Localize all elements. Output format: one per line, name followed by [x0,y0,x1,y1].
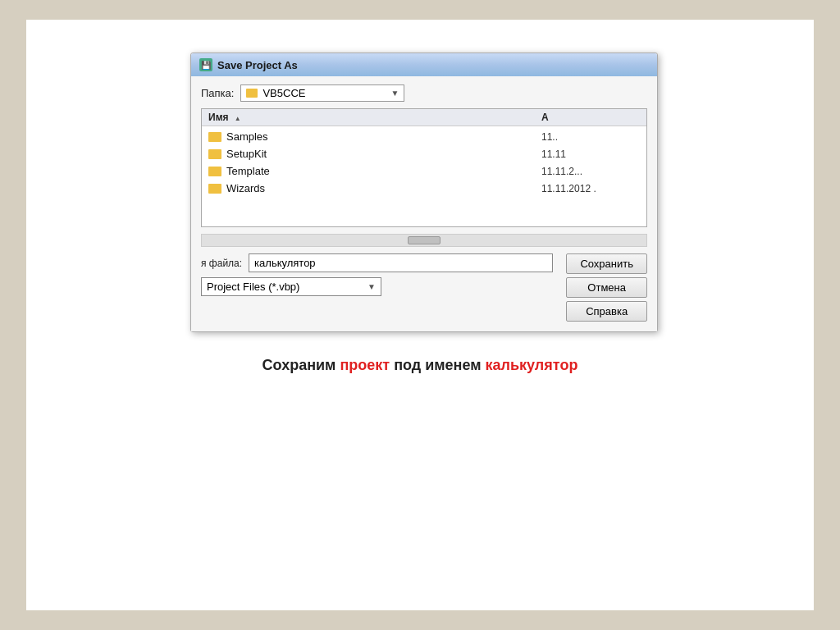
caption-highlight1: проект [340,357,390,373]
caption-text-middle: под именем [390,357,485,373]
folder-row: Папка: VB5CCE ▼ [201,84,647,102]
caption-text-before: Сохраним [262,357,340,373]
filetype-text: Project Files (*.vbp) [207,281,368,293]
file-item-wizards[interactable]: Wizards 11.11.2012 . [202,180,646,197]
file-item-setupkit[interactable]: SetupKit 11.11 [202,145,646,162]
file-icon [208,167,221,176]
help-button[interactable]: Справка [566,301,647,322]
caption: Сохраним проект под именем калькулятор [262,357,578,374]
filename-input[interactable] [249,253,553,272]
scrollbar-thumb[interactable] [408,236,441,244]
file-icon [208,132,221,142]
file-icon [208,184,221,194]
filename-label: я файла: [201,258,242,269]
dialog-area: 💾 Save Project As Папка: VB5CCE ▼ [166,52,674,332]
cancel-button[interactable]: Отмена [566,277,647,298]
dialog-window: 💾 Save Project As Папка: VB5CCE ▼ [190,52,658,332]
bottom-section: я файла: Project Files (*.vbp) ▼ [201,253,647,322]
sort-arrow-icon: ▲ [235,115,241,122]
file-name-samples: Samples [226,130,536,143]
filetype-dropdown[interactable]: Project Files (*.vbp) ▼ [201,277,381,296]
file-item-template[interactable]: Template 11.11.2... [202,162,646,180]
filetype-row: Project Files (*.vbp) ▼ [201,277,553,296]
caption-highlight2: калькулятор [486,357,578,373]
column-header-name: Имя ▲ [208,112,541,123]
file-list-header: Имя ▲ А [202,109,646,126]
dialog-body: Папка: VB5CCE ▼ Имя ▲ А [191,76,657,331]
file-date-wizards: 11.11.2012 . [541,183,640,194]
column-header-date: А [541,112,640,123]
folder-name: VB5CCE [262,87,386,99]
file-name-setupkit: SetupKit [226,148,536,160]
file-name-template: Template [226,165,536,177]
dropdown-arrow-icon: ▼ [391,89,399,98]
dialog-title: Save Project As [217,59,298,71]
file-item-samples[interactable]: Samples 11.. [202,128,646,145]
file-date-setupkit: 11.11 [541,148,640,160]
file-date-template: 11.11.2... [541,166,640,177]
filetype-dropdown-arrow-icon: ▼ [368,282,376,291]
dialog-icon: 💾 [199,58,212,71]
file-list-container: Имя ▲ А Samples 11.. SetupKi [201,108,647,227]
file-icon [208,149,221,159]
filename-row: я файла: [201,253,553,272]
dialog-titlebar: 💾 Save Project As [191,53,657,76]
slide: 💾 Save Project As Папка: VB5CCE ▼ [26,20,814,610]
save-button[interactable]: Сохранить [566,253,647,274]
scrollbar-area[interactable] [201,234,647,247]
folder-dropdown[interactable]: VB5CCE ▼ [240,84,404,102]
file-date-samples: 11.. [541,131,640,143]
file-list-items: Samples 11.. SetupKit 11.11 Template 11.… [202,126,646,199]
folder-label: Папка: [201,87,234,99]
form-fields: я файла: Project Files (*.vbp) ▼ [201,253,553,296]
buttons-column: Сохранить Отмена Справка [566,253,647,322]
folder-icon [246,89,258,98]
file-name-wizards: Wizards [226,182,536,194]
